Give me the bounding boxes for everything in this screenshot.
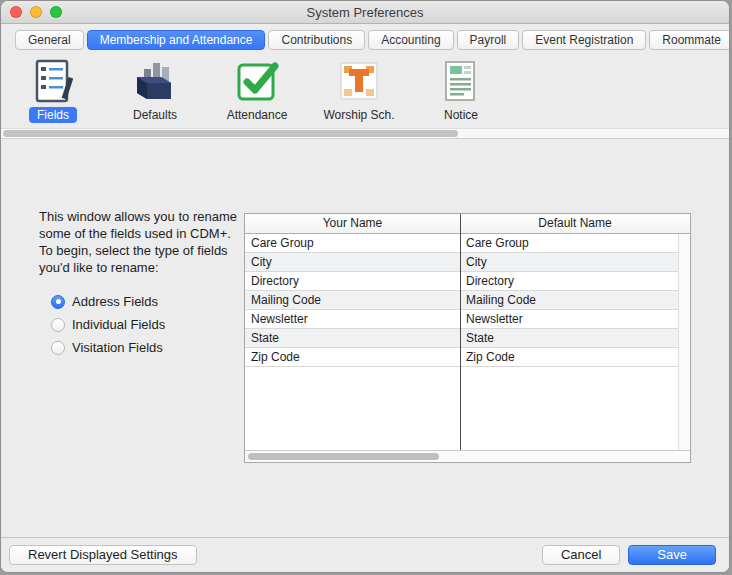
your-name-cell[interactable]: City [245, 253, 460, 271]
radio-individual-fields[interactable]: Individual Fields [51, 317, 165, 332]
your-name-cell[interactable]: Mailing Code [245, 291, 460, 309]
toolbar-item-label: Worship Sch. [315, 107, 402, 123]
toolbar-scrollbar-thumb[interactable] [3, 130, 458, 137]
tab-general[interactable]: General [15, 30, 84, 50]
system-preferences-window: System Preferences GeneralMembership and… [0, 0, 730, 573]
save-button[interactable]: Save [628, 545, 716, 565]
tab-accounting[interactable]: Accounting [368, 30, 453, 50]
column-header-your-name[interactable]: Your Name [245, 214, 460, 233]
cancel-button[interactable]: Cancel [542, 545, 620, 565]
fields-icon [29, 57, 77, 105]
default-name-cell: Care Group [460, 234, 678, 252]
default-name-cell: State [460, 329, 678, 347]
table-row[interactable]: Care GroupCare Group [245, 234, 678, 253]
default-name-cell: City [460, 253, 678, 271]
defaults-icon [131, 57, 179, 105]
column-divider [460, 214, 461, 450]
toolbar-item-attendance[interactable]: Attendance [219, 57, 295, 123]
preferences-toolbar: FieldsDefaultsAttendanceWorship Sch.Noti… [1, 52, 729, 128]
close-button[interactable] [10, 6, 22, 18]
your-name-cell[interactable]: Directory [245, 272, 460, 290]
tab-event-registration[interactable]: Event Registration [522, 30, 646, 50]
radio-visitation-fields[interactable]: Visitation Fields [51, 340, 165, 355]
default-name-cell: Mailing Code [460, 291, 678, 309]
your-name-cell[interactable]: Zip Code [245, 348, 460, 366]
revert-displayed-settings-button[interactable]: Revert Displayed Settings [9, 545, 197, 565]
your-name-cell[interactable]: Care Group [245, 234, 460, 252]
radio-label: Visitation Fields [72, 340, 163, 355]
table-vertical-scrollbar[interactable] [678, 234, 690, 450]
tab-bar: GeneralMembership and AttendanceContribu… [1, 24, 729, 52]
table-row[interactable]: NewsletterNewsletter [245, 310, 678, 329]
table-row[interactable]: CityCity [245, 253, 678, 272]
tab-contributions[interactable]: Contributions [268, 30, 365, 50]
field-type-radio-group: Address FieldsIndividual FieldsVisitatio… [51, 294, 165, 355]
table-row[interactable]: DirectoryDirectory [245, 272, 678, 291]
table-row[interactable]: StateState [245, 329, 678, 348]
tab-payroll[interactable]: Payroll [457, 30, 520, 50]
radio-button-icon[interactable] [51, 295, 65, 309]
table-row[interactable]: Zip CodeZip Code [245, 348, 678, 367]
worship-schedule-icon [335, 57, 383, 105]
your-name-cell[interactable]: State [245, 329, 460, 347]
radio-button-icon[interactable] [51, 318, 65, 332]
default-name-cell: Zip Code [460, 348, 678, 366]
radio-address-fields[interactable]: Address Fields [51, 294, 165, 309]
footer-bar: Revert Displayed Settings Cancel Save [1, 537, 729, 572]
your-name-cell[interactable]: Newsletter [245, 310, 460, 328]
toolbar-item-fields[interactable]: Fields [15, 57, 91, 123]
toolbar-scrollbar[interactable] [1, 128, 729, 139]
radio-label: Address Fields [72, 294, 158, 309]
title-bar[interactable]: System Preferences [1, 1, 729, 24]
default-name-cell: Newsletter [460, 310, 678, 328]
column-header-default-name[interactable]: Default Name [460, 214, 690, 233]
fields-pane: This window allows you to rename some of… [1, 139, 729, 537]
toolbar-item-label: Notice [436, 107, 486, 123]
window-title: System Preferences [1, 5, 729, 20]
fields-table: Your NameDefault Name Care GroupCare Gro… [244, 213, 691, 463]
window-controls [10, 6, 62, 18]
tab-membership-and-attendance[interactable]: Membership and Attendance [87, 30, 266, 50]
notice-icon [437, 57, 485, 105]
toolbar-item-notice[interactable]: Notice [423, 57, 499, 123]
toolbar-item-worship-sch[interactable]: Worship Sch. [321, 57, 397, 123]
toolbar-item-label: Fields [29, 107, 77, 123]
toolbar-item-label: Attendance [219, 107, 296, 123]
fields-table-header: Your NameDefault Name [245, 214, 690, 234]
minimize-button[interactable] [30, 6, 42, 18]
default-name-cell: Directory [460, 272, 678, 290]
table-horizontal-scrollbar-thumb[interactable] [248, 453, 439, 460]
pane-description: This window allows you to rename some of… [39, 209, 237, 277]
table-horizontal-scrollbar[interactable] [245, 450, 690, 462]
table-row[interactable]: Mailing CodeMailing Code [245, 291, 678, 310]
tab-roommate[interactable]: Roommate [649, 30, 730, 50]
attendance-icon [233, 57, 281, 105]
zoom-button[interactable] [50, 6, 62, 18]
toolbar-item-label: Defaults [125, 107, 185, 123]
toolbar-item-defaults[interactable]: Defaults [117, 57, 193, 123]
fields-table-body: Care GroupCare GroupCityCityDirectoryDir… [245, 234, 678, 450]
radio-label: Individual Fields [72, 317, 165, 332]
radio-button-icon[interactable] [51, 341, 65, 355]
